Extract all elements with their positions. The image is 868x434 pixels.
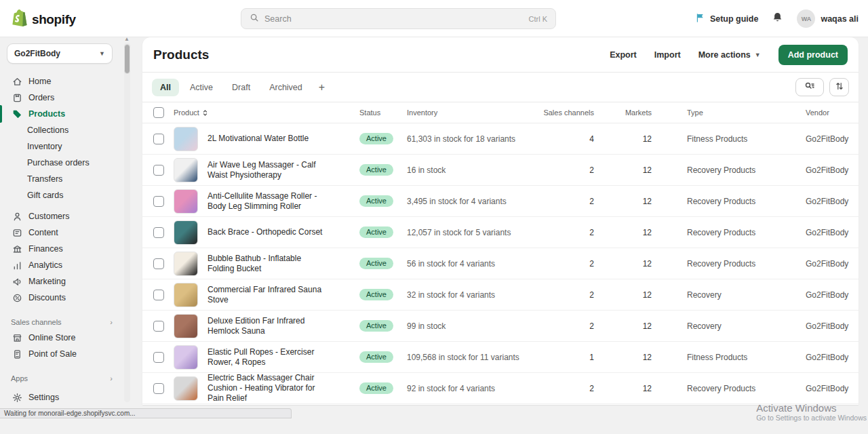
- select-all-checkbox[interactable]: [153, 107, 164, 118]
- row-checkbox[interactable]: [153, 383, 164, 394]
- markets-cell: 12: [594, 259, 652, 269]
- tab-all[interactable]: All: [152, 79, 179, 96]
- sales-channels-cell: 2: [533, 197, 594, 206]
- watermark-line1: Activate Windows: [756, 402, 867, 414]
- tab-active[interactable]: Active: [182, 79, 221, 96]
- discounts-icon: [12, 293, 22, 303]
- column-type: Type: [652, 108, 806, 117]
- import-button[interactable]: Import: [654, 50, 681, 60]
- search-filter-button[interactable]: [795, 78, 824, 96]
- row-checkbox[interactable]: [153, 321, 164, 332]
- markets-cell: 12: [594, 228, 652, 237]
- status-cell: Active: [359, 258, 407, 269]
- product-name: Elastic Pull Ropes - Exerciser Rower, 4 …: [208, 347, 328, 368]
- sidebar-item-online-store[interactable]: Online Store: [0, 330, 122, 346]
- vendor-cell: Go2FitBody: [806, 228, 848, 237]
- export-button[interactable]: Export: [610, 50, 637, 60]
- sidebar-item-products[interactable]: Products: [0, 106, 122, 122]
- table-row[interactable]: Electric Back Massager Chair Cushion - H…: [142, 373, 859, 404]
- vendor-cell: Go2FitBody: [806, 134, 848, 144]
- sidebar-item-home[interactable]: Home: [0, 73, 122, 90]
- apps-header[interactable]: Apps ›: [0, 371, 122, 386]
- product-name: Electric Back Massager Chair Cushion - H…: [208, 373, 328, 403]
- row-checkbox[interactable]: [153, 134, 164, 144]
- sidebar-item-label: Collections: [27, 125, 68, 135]
- search-shortcut: Ctrl K: [529, 15, 548, 23]
- type-cell: Recovery Products: [652, 197, 806, 206]
- row-checkbox[interactable]: [153, 165, 164, 176]
- row-checkbox[interactable]: [153, 352, 164, 363]
- sidebar-item-marketing[interactable]: Marketing: [0, 273, 122, 290]
- home-icon: [12, 77, 22, 87]
- add-view-button[interactable]: +: [313, 80, 330, 95]
- search-placeholder: Search: [264, 14, 524, 24]
- sidebar-item-inventory[interactable]: Inventory: [0, 138, 122, 155]
- row-checkbox[interactable]: [153, 227, 164, 238]
- user-menu[interactable]: WA waqas ali: [797, 9, 859, 28]
- row-checkbox[interactable]: [153, 196, 164, 207]
- search-input[interactable]: Search Ctrl K: [241, 8, 556, 29]
- product-thumbnail: [174, 220, 198, 245]
- sidebar-item-settings[interactable]: Settings: [0, 389, 122, 406]
- tab-draft[interactable]: Draft: [224, 79, 258, 96]
- vendor-cell: Go2FitBody: [806, 290, 848, 300]
- sidebar-item-point-of-sale[interactable]: Point of Sale: [0, 346, 122, 362]
- table-row[interactable]: Back Brace - Orthopedic CorsetActive12,0…: [142, 217, 859, 248]
- row-checkbox[interactable]: [153, 258, 164, 269]
- setup-guide-button[interactable]: Setup guide: [695, 13, 759, 25]
- sidebar-item-collections[interactable]: Collections: [0, 122, 122, 138]
- table-row[interactable]: Bubble Bathub - Inflatable Folding Bucke…: [142, 248, 859, 279]
- sort-button[interactable]: [829, 78, 849, 96]
- status-badge: Active: [359, 195, 393, 207]
- marketing-icon: [12, 277, 22, 287]
- column-inventory: Inventory: [407, 108, 533, 117]
- sales-channels-cell: 2: [533, 290, 594, 300]
- inventory-cell: 32 in stock for 4 variants: [407, 290, 533, 300]
- product-thumbnail: [174, 345, 198, 370]
- sidebar-scrollbar[interactable]: ▲: [123, 39, 131, 405]
- table-row[interactable]: Commercial Far Infrared Sauna StoveActiv…: [142, 279, 859, 311]
- type-cell: Recovery: [652, 321, 806, 331]
- sidebar-item-label: Products: [28, 109, 65, 119]
- sidebar: Go2FitBody ▼ HomeOrdersProductsCollectio…: [0, 37, 122, 408]
- sidebar-item-purchase-orders[interactable]: Purchase orders: [0, 155, 122, 171]
- column-sales-channels: Sales channels: [533, 108, 594, 117]
- scrollbar-thumb[interactable]: [124, 44, 130, 74]
- sidebar-item-analytics[interactable]: Analytics: [0, 257, 122, 273]
- sidebar-item-orders[interactable]: Orders: [0, 90, 122, 106]
- sidebar-item-transfers[interactable]: Transfers: [0, 171, 122, 187]
- vendor-cell: Go2FitBody: [806, 197, 848, 206]
- sidebar-item-content[interactable]: Content: [0, 224, 122, 241]
- shopify-logo[interactable]: shopify: [11, 9, 76, 30]
- product-thumbnail: [174, 189, 198, 214]
- column-vendor: Vendor: [806, 108, 848, 117]
- sales-channels-list: Online StorePoint of Sale: [0, 330, 122, 362]
- product-cell: 2L Motivational Water Bottle: [174, 127, 359, 151]
- table-row[interactable]: Anti-Cellulite Massage Roller - Body Leg…: [142, 186, 859, 217]
- customers-icon: [12, 212, 22, 222]
- bell-icon[interactable]: [772, 12, 783, 26]
- add-product-button[interactable]: Add product: [778, 45, 848, 65]
- product-cell: Electric Back Massager Chair Cushion - H…: [174, 373, 359, 403]
- sales-channels-header[interactable]: Sales channels ›: [0, 315, 122, 330]
- column-product[interactable]: Product: [174, 108, 359, 117]
- vendor-cell: Go2FitBody: [806, 165, 848, 175]
- status-cell: Active: [359, 164, 407, 176]
- table-row[interactable]: Deluxe Edition Far Infrared Hemlock Saun…: [142, 311, 859, 342]
- online-store-icon: [12, 333, 22, 343]
- sidebar-item-customers[interactable]: Customers: [0, 208, 122, 224]
- store-selector[interactable]: Go2FitBody ▼: [7, 43, 113, 64]
- sidebar-item-gift-cards[interactable]: Gift cards: [0, 187, 122, 203]
- table-row[interactable]: 2L Motivational Water BottleActive61,303…: [142, 123, 859, 155]
- page-title: Products: [153, 47, 209, 62]
- tab-archived[interactable]: Archived: [261, 79, 311, 96]
- status-text: Waiting for monorail-edge.shopifysvc.com…: [4, 410, 136, 417]
- more-actions-button[interactable]: More actions ▼: [698, 50, 761, 60]
- table-row[interactable]: Elastic Pull Ropes - Exerciser Rower, 4 …: [142, 342, 859, 373]
- table-row[interactable]: Air Wave Leg Massager - Calf Waist Physi…: [142, 155, 859, 186]
- view-tabs: AllActiveDraftArchived: [152, 79, 311, 96]
- sidebar-item-discounts[interactable]: Discounts: [0, 290, 122, 306]
- row-checkbox[interactable]: [153, 290, 164, 300]
- analytics-icon: [12, 260, 22, 271]
- sidebar-item-finances[interactable]: Finances: [0, 241, 122, 257]
